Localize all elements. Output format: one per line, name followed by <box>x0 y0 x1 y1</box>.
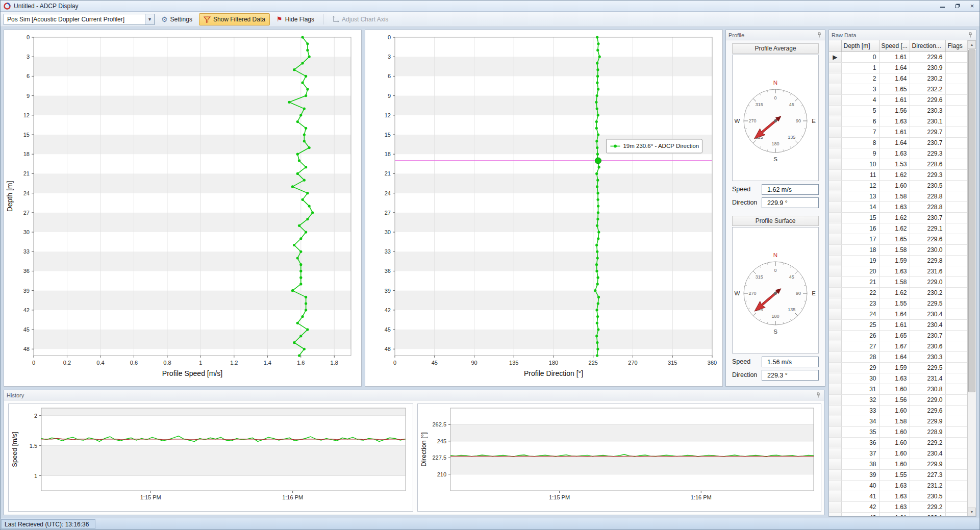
row-gutter[interactable] <box>829 276 841 287</box>
table-row[interactable]: 221.62230.2 <box>829 287 967 298</box>
table-row[interactable]: 131.58228.8 <box>829 191 967 201</box>
table-row[interactable]: 171.65229.6 <box>829 234 967 244</box>
row-gutter[interactable] <box>829 501 841 512</box>
table-row[interactable]: 341.58229.9 <box>829 416 967 426</box>
row-gutter[interactable] <box>829 127 841 137</box>
row-gutter[interactable] <box>829 330 841 341</box>
table-row[interactable]: 141.63228.8 <box>829 201 967 212</box>
row-gutter[interactable] <box>829 351 841 362</box>
table-row[interactable]: 21.64230.2 <box>829 73 967 84</box>
current-row-marker[interactable]: ▶ <box>829 52 841 62</box>
row-gutter[interactable] <box>829 212 841 223</box>
row-gutter[interactable] <box>829 416 841 426</box>
row-gutter[interactable] <box>829 394 841 405</box>
table-row[interactable]: 331.60229.6 <box>829 405 967 416</box>
profile-speed-chart[interactable]: 00.20.40.60.811.21.41.61.803691215182124… <box>4 30 362 387</box>
table-row[interactable]: 181.58230.0 <box>829 244 967 255</box>
table-row[interactable]: 261.65230.7 <box>829 330 967 341</box>
table-row[interactable]: 71.61229.7 <box>829 127 967 137</box>
row-gutter[interactable] <box>829 459 841 469</box>
table-row[interactable]: 391.55227.3 <box>829 469 967 480</box>
table-row[interactable]: 101.53228.6 <box>829 159 967 169</box>
row-gutter[interactable] <box>829 287 841 298</box>
table-row[interactable]: 271.67230.6 <box>829 341 967 351</box>
row-gutter[interactable] <box>829 341 841 351</box>
close-button[interactable]: × <box>965 1 979 11</box>
row-gutter[interactable] <box>829 137 841 148</box>
speed-history-chart[interactable]: 11.521:15 PM1:16 PMSpeed [m/s] <box>8 403 413 512</box>
column-header[interactable]: Speed [... <box>879 40 910 52</box>
row-gutter[interactable] <box>829 426 841 437</box>
row-gutter[interactable] <box>829 405 841 416</box>
column-header[interactable]: Direction... <box>910 40 945 52</box>
table-row[interactable]: 401.63231.2 <box>829 480 967 491</box>
row-gutter[interactable] <box>829 180 841 191</box>
table-row[interactable]: 411.63230.5 <box>829 491 967 501</box>
row-gutter[interactable] <box>829 223 841 234</box>
table-row[interactable]: 151.62230.7 <box>829 212 967 223</box>
table-row[interactable]: 291.59229.5 <box>829 362 967 373</box>
table-row[interactable]: 211.58229.0 <box>829 276 967 287</box>
table-row[interactable]: 201.63231.6 <box>829 266 967 276</box>
column-header[interactable]: Flags <box>945 40 967 52</box>
row-gutter[interactable] <box>829 148 841 159</box>
table-row[interactable]: 11.64230.9 <box>829 62 967 73</box>
row-gutter[interactable] <box>829 159 841 169</box>
table-row[interactable]: 111.62229.3 <box>829 169 967 180</box>
row-gutter[interactable] <box>829 73 841 84</box>
hide-flags-button[interactable]: ⚑ Hide Flags <box>272 13 319 26</box>
table-row[interactable]: 351.60228.9 <box>829 426 967 437</box>
minimize-button[interactable] <box>935 1 950 11</box>
table-row[interactable]: 121.60230.5 <box>829 180 967 191</box>
row-gutter[interactable] <box>829 373 841 384</box>
row-gutter[interactable] <box>829 384 841 394</box>
row-gutter[interactable] <box>829 512 841 516</box>
table-row[interactable]: 91.63229.3 <box>829 148 967 159</box>
row-gutter[interactable] <box>829 298 841 309</box>
table-row[interactable]: 381.60229.9 <box>829 459 967 469</box>
scroll-up-icon[interactable]: ▲ <box>968 40 976 49</box>
row-gutter[interactable] <box>829 191 841 201</box>
table-row[interactable]: 421.63229.2 <box>829 501 967 512</box>
row-gutter[interactable] <box>829 469 841 480</box>
table-row[interactable]: 431.61230.1 <box>829 512 967 516</box>
restore-button[interactable] <box>950 1 965 11</box>
row-gutter[interactable] <box>829 62 841 73</box>
table-row[interactable]: 371.60230.4 <box>829 448 967 459</box>
row-gutter[interactable] <box>829 362 841 373</box>
row-gutter[interactable] <box>829 105 841 116</box>
row-gutter[interactable] <box>829 201 841 212</box>
row-gutter[interactable] <box>829 480 841 491</box>
chevron-down-icon[interactable]: ▾ <box>145 14 154 24</box>
table-row[interactable]: 161.62229.1 <box>829 223 967 234</box>
row-gutter[interactable] <box>829 255 841 266</box>
row-gutter[interactable] <box>829 437 841 448</box>
table-row[interactable]: 361.60229.2 <box>829 437 967 448</box>
row-gutter[interactable] <box>829 84 841 94</box>
show-filtered-data-button[interactable]: Show Filtered Data <box>199 13 270 26</box>
pin-icon[interactable] <box>816 32 822 38</box>
row-gutter[interactable] <box>829 234 841 244</box>
table-row[interactable]: 51.56230.3 <box>829 105 967 116</box>
table-row[interactable]: 31.65232.2 <box>829 84 967 94</box>
pin-icon[interactable] <box>815 392 821 398</box>
scroll-down-icon[interactable]: ▼ <box>968 508 976 516</box>
device-selector[interactable]: Pos Sim [Acoustic Doppler Current Profil… <box>4 14 155 25</box>
table-row[interactable]: 191.59229.8 <box>829 255 967 266</box>
table-row[interactable]: 301.63231.4 <box>829 373 967 384</box>
row-gutter[interactable] <box>829 116 841 127</box>
table-row[interactable]: 281.64230.3 <box>829 351 967 362</box>
row-gutter[interactable] <box>829 244 841 255</box>
column-header[interactable]: Depth [m] <box>841 40 879 52</box>
settings-button[interactable]: ⚙ Settings <box>157 13 197 26</box>
profile-direction-chart[interactable]: 0459013518022527031536003691215182124273… <box>365 30 723 387</box>
row-gutter[interactable] <box>829 309 841 319</box>
row-gutter[interactable] <box>829 266 841 276</box>
table-row[interactable]: 61.63230.1 <box>829 116 967 127</box>
row-gutter[interactable] <box>829 448 841 459</box>
row-gutter[interactable] <box>829 169 841 180</box>
row-gutter[interactable] <box>829 94 841 105</box>
table-row[interactable]: 311.60230.8 <box>829 384 967 394</box>
row-gutter[interactable] <box>829 491 841 501</box>
table-row[interactable]: 251.61230.4 <box>829 319 967 330</box>
